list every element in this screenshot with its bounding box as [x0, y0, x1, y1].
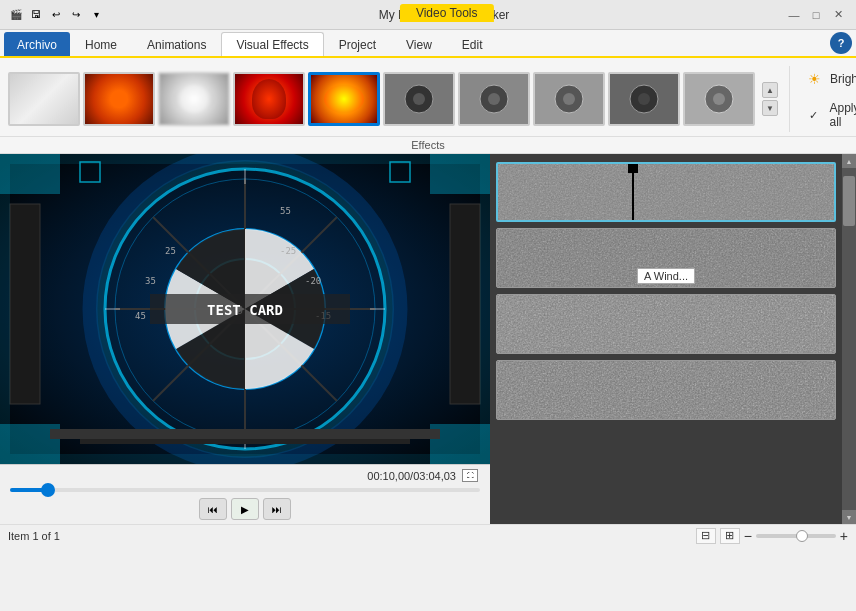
timeline-track-3[interactable] — [496, 294, 836, 354]
zoom-slider-thumb[interactable] — [796, 530, 808, 542]
effects-row: ▲ ▼ ☀ Brightness ✓ Apply to all — [0, 58, 856, 136]
svg-text:55: 55 — [280, 206, 291, 216]
test-pattern-svg: -25 -20 -15 25 35 45 55 45 — [0, 154, 490, 464]
scrollbar-up-button[interactable]: ▲ — [842, 154, 856, 168]
svg-text:25: 25 — [165, 246, 176, 256]
right-scrollbar: ▲ ▼ — [842, 154, 856, 524]
effect-thumb-red[interactable] — [233, 72, 305, 126]
dropdown-icon[interactable]: ▾ — [88, 7, 104, 23]
effect-thumb-gray3[interactable] — [533, 72, 605, 126]
next-frame-button[interactable]: ⏭ — [263, 498, 291, 520]
zoom-plus-button[interactable]: + — [840, 528, 848, 544]
text-badge: A Wind... — [637, 268, 695, 284]
apply-to-all-button[interactable]: ✓ Apply to all — [798, 98, 856, 132]
effect-thumb-gray4[interactable] — [608, 72, 680, 126]
view-icon-2[interactable]: ⊞ — [720, 528, 740, 544]
time-display: 00:10,00/03:04,03 — [367, 470, 456, 482]
tab-visual-effects[interactable]: Visual Effects — [221, 32, 323, 56]
timeline-cursor — [632, 164, 634, 220]
close-button[interactable]: ✕ — [828, 5, 848, 25]
apply-to-label: Apply to all — [829, 101, 856, 129]
tab-animations[interactable]: Animations — [132, 32, 221, 56]
tab-home[interactable]: Home — [70, 32, 132, 56]
svg-point-8 — [563, 93, 575, 105]
zoom-minus-button[interactable]: − — [744, 528, 752, 544]
time-display-row: 00:10,00/03:04,03 ⛶ — [0, 469, 490, 482]
svg-text:35: 35 — [145, 276, 156, 286]
effects-scroll: ▲ ▼ — [758, 82, 782, 116]
effect-thumb-warm[interactable] — [83, 72, 155, 126]
apply-icon: ✓ — [804, 105, 823, 125]
effects-toolbar: ▲ ▼ ☀ Brightness ✓ Apply to all Effects — [0, 58, 856, 154]
svg-text:-20: -20 — [305, 276, 321, 286]
cursor-head — [628, 163, 638, 173]
timeline-tracks: A Wind... — [490, 154, 842, 524]
svg-rect-60 — [497, 361, 835, 420]
preview-canvas: -25 -20 -15 25 35 45 55 45 — [0, 154, 490, 464]
svg-rect-51 — [80, 439, 410, 444]
save-icon[interactable]: 🖫 — [28, 7, 44, 23]
timeline-area: A Wind... — [490, 154, 856, 524]
scrollbar-down-button[interactable]: ▼ — [842, 510, 856, 524]
effect-thumb-gray2[interactable] — [458, 72, 530, 126]
effect-thumb-blur[interactable] — [158, 72, 230, 126]
brightness-icon: ☀ — [804, 69, 824, 89]
play-button[interactable]: ▶ — [231, 498, 259, 520]
svg-point-14 — [713, 93, 725, 105]
title-bar-icons: 🎬 🖫 ↩ ↪ ▾ — [8, 7, 104, 23]
svg-text:-25: -25 — [280, 246, 296, 256]
track-wrapper-1 — [496, 162, 836, 222]
view-icon-1[interactable]: ⊟ — [696, 528, 716, 544]
svg-rect-54 — [498, 164, 834, 222]
svg-point-11 — [638, 93, 650, 105]
video-preview: -25 -20 -15 25 35 45 55 45 — [0, 154, 490, 524]
tab-project[interactable]: Project — [324, 32, 391, 56]
svg-rect-44 — [10, 204, 40, 404]
undo-icon[interactable]: ↩ — [48, 7, 64, 23]
tab-archivo[interactable]: Archivo — [4, 32, 70, 56]
video-tools-tab[interactable]: Video Tools — [400, 4, 494, 22]
effects-label: Effects — [0, 136, 856, 153]
timeline-track-4[interactable] — [496, 360, 836, 420]
title-bar: 🎬 🖫 ↩ ↪ ▾ My Movie - Movie Maker Video T… — [0, 0, 856, 30]
ribbon-tabs: Archivo Home Animations Visual Effects P… — [0, 30, 856, 58]
tab-view[interactable]: View — [391, 32, 447, 56]
svg-rect-50 — [50, 429, 440, 439]
track-wrapper-3 — [496, 294, 836, 354]
svg-point-2 — [413, 93, 425, 105]
seek-bar[interactable] — [10, 488, 480, 492]
effects-actions: ☀ Brightness ✓ Apply to all — [789, 66, 856, 132]
fullscreen-button[interactable]: ⛶ — [462, 469, 478, 482]
status-bar: Item 1 of 1 ⊟ ⊞ − + — [0, 524, 856, 546]
effect-thumb-yellow[interactable] — [308, 72, 380, 126]
brightness-button[interactable]: ☀ Brightness — [798, 66, 856, 92]
track-wrapper-2: A Wind... — [496, 228, 836, 288]
scroll-up-button[interactable]: ▲ — [762, 82, 778, 98]
svg-text:TEST CARD: TEST CARD — [207, 302, 283, 318]
brightness-label: Brightness — [830, 72, 856, 86]
effect-thumb-gray5[interactable] — [683, 72, 755, 126]
zoom-slider[interactable] — [756, 534, 836, 538]
scroll-down-button[interactable]: ▼ — [762, 100, 778, 116]
playback-controls: ⏮ ▶ ⏭ — [199, 498, 291, 520]
timeline-track-1[interactable] — [496, 162, 836, 222]
status-text: Item 1 of 1 — [8, 530, 60, 542]
svg-text:45: 45 — [135, 311, 146, 321]
scrollbar-track[interactable] — [842, 168, 856, 510]
preview-controls: 00:10,00/03:04,03 ⛶ ⏮ ▶ ⏭ — [0, 464, 490, 524]
seek-thumb[interactable] — [41, 483, 55, 497]
svg-point-5 — [488, 93, 500, 105]
prev-frame-button[interactable]: ⏮ — [199, 498, 227, 520]
track-wrapper-4 — [496, 360, 836, 420]
maximize-button[interactable]: □ — [806, 5, 826, 25]
effect-thumb-gray1[interactable] — [383, 72, 455, 126]
svg-rect-45 — [450, 204, 480, 404]
app-icon: 🎬 — [8, 7, 24, 23]
scrollbar-thumb — [843, 176, 855, 226]
redo-icon[interactable]: ↪ — [68, 7, 84, 23]
status-right: ⊟ ⊞ − + — [696, 528, 848, 544]
help-button[interactable]: ? — [830, 32, 852, 54]
effect-thumb-none[interactable] — [8, 72, 80, 126]
tab-edit[interactable]: Edit — [447, 32, 498, 56]
minimize-button[interactable]: — — [784, 5, 804, 25]
